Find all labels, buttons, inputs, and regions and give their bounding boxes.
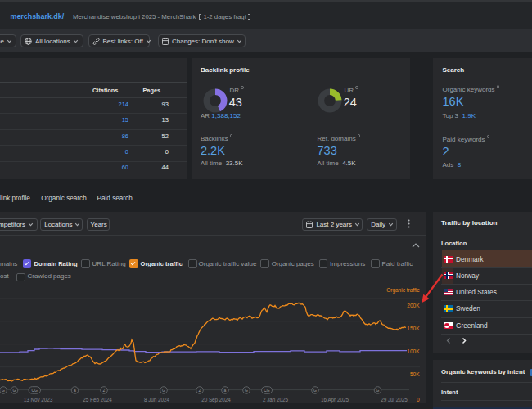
svg-text:25 Feb 2024: 25 Feb 2024 xyxy=(83,397,112,402)
svg-text:16 Apr 2025: 16 Apr 2025 xyxy=(321,397,349,403)
svg-text:100K: 100K xyxy=(407,348,420,354)
svg-text:G: G xyxy=(162,388,165,393)
svg-text:20 Sep 2024: 20 Sep 2024 xyxy=(201,397,231,403)
svg-text:CG: CG xyxy=(31,388,38,393)
svg-text:13 Nov 2023: 13 Nov 2023 xyxy=(24,397,53,402)
svg-text:8 Jun 2024: 8 Jun 2024 xyxy=(144,397,170,402)
svg-text:2 Jan 2025: 2 Jan 2025 xyxy=(263,397,289,402)
svg-text:50K: 50K xyxy=(410,371,420,377)
svg-text:G: G xyxy=(313,388,317,393)
svg-text:CG: CG xyxy=(264,388,270,393)
svg-text:a: a xyxy=(74,388,76,393)
svg-text:G: G xyxy=(13,388,16,393)
svg-text:G: G xyxy=(2,388,5,393)
svg-text:0: 0 xyxy=(417,397,420,402)
svg-text:29 Jul 2025: 29 Jul 2025 xyxy=(381,397,408,402)
svg-text:2: 2 xyxy=(199,388,201,393)
svg-text:150K: 150K xyxy=(407,326,420,331)
svg-text:G: G xyxy=(376,388,380,393)
svg-text:2: 2 xyxy=(103,388,106,393)
svg-text:a: a xyxy=(224,388,227,393)
svg-text:G: G xyxy=(245,388,248,393)
